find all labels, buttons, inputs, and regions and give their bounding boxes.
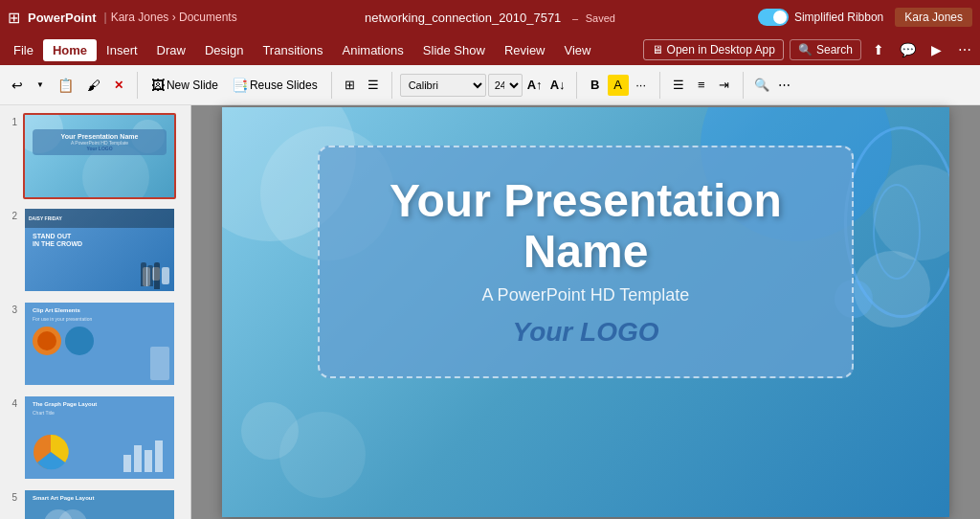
toolbar-sep-6	[743, 72, 744, 99]
font-selector[interactable]: Calibri	[400, 74, 486, 97]
desktop-icon: 🖥	[652, 43, 663, 56]
font-size-selector[interactable]: 24	[488, 74, 523, 97]
slide-thumb-3[interactable]: Clip Art Elements For use in your presen…	[23, 301, 176, 387]
svg-rect-2	[134, 445, 142, 472]
slide-number-2: 2	[4, 207, 17, 221]
grid-view-button[interactable]: ⊞	[340, 75, 361, 96]
user-name[interactable]: Kara Jones	[895, 8, 972, 27]
toolbar-sep-2	[331, 72, 332, 99]
search-icon: 🔍	[798, 43, 813, 56]
menu-bar: File Home Insert Draw Design Transitions…	[0, 34, 980, 65]
undo-button[interactable]: ↩	[6, 74, 29, 97]
slide-number-3: 3	[4, 301, 17, 315]
app-grid-icon[interactable]: ⊞	[8, 9, 20, 27]
toolbar-sep-4	[576, 72, 577, 99]
menu-review[interactable]: Review	[495, 39, 555, 61]
menu-right: 🖥 Open in Desktop App 🔍 Search ⬆ 💬 ▶ ⋯	[643, 38, 976, 61]
slide-thumb-2[interactable]: DAISY FRIDAY STAND OUTIN THE CROWD	[23, 207, 176, 293]
slide-panel: 1 Your Presentation Name A PowerPoint HD…	[0, 105, 191, 519]
open-desktop-button[interactable]: 🖥 Open in Desktop App	[643, 39, 784, 60]
format-painter[interactable]: 🖌	[81, 74, 106, 97]
file-title: networking_connection_2010_7571 – Saved	[365, 11, 615, 25]
outline-view-button[interactable]: ☰	[363, 75, 384, 96]
canvas-area: Your Presentation Name A PowerPoint HD T…	[191, 105, 980, 519]
delete-button[interactable]: ✕	[108, 75, 129, 96]
slide-item-1[interactable]: 1 Your Presentation Name A PowerPoint HD…	[4, 113, 187, 199]
search-box[interactable]: 🔍 Search	[790, 39, 861, 60]
right-arc-2	[873, 184, 921, 280]
menu-design[interactable]: Design	[195, 39, 253, 61]
menu-slideshow[interactable]: Slide Show	[413, 39, 495, 61]
search-replace-button[interactable]: 🔍	[751, 75, 772, 96]
menu-home[interactable]: Home	[43, 39, 97, 61]
numbering-button[interactable]: ≡	[691, 75, 712, 96]
main-content: 1 Your Presentation Name A PowerPoint HD…	[0, 105, 980, 519]
toolbar: ↩ ▼ 📋 🖌 ✕ 🖼 New Slide 📑 Reuse Slides ⊞ ☰…	[0, 65, 980, 105]
slide-number-4: 4	[4, 395, 17, 409]
main-slide-subtitle: A PowerPoint HD Template	[358, 285, 813, 305]
highlight-button[interactable]: A	[608, 75, 629, 96]
breadcrumb: Kara Jones › Documents	[111, 11, 237, 24]
toggle-switch[interactable]	[758, 9, 789, 26]
reuse-slides-button[interactable]: 📑 Reuse Slides	[226, 74, 323, 97]
svg-rect-1	[123, 455, 131, 472]
main-slide-logo: Your LOGO	[358, 317, 813, 348]
main-slide-title: Your Presentation Name	[358, 176, 813, 278]
slide-item-5[interactable]: 5 Smart Art Page Layout	[4, 488, 187, 519]
view-group: ⊞ ☰	[340, 75, 384, 96]
font-decrease-button[interactable]: A↓	[547, 75, 568, 96]
menu-transitions[interactable]: Transitions	[253, 39, 332, 61]
title-bar: ⊞ PowerPoint | Kara Jones › Documents ne…	[0, 0, 980, 34]
more-icon[interactable]: ⋯	[953, 38, 976, 61]
toolbar-sep-5	[659, 72, 660, 99]
more-tools-button[interactable]: ⋯	[774, 75, 795, 96]
menu-insert[interactable]: Insert	[97, 39, 147, 61]
deco-circle-7	[279, 412, 366, 498]
slide-thumb-5[interactable]: Smart Art Page Layout	[23, 488, 176, 519]
menu-draw[interactable]: Draw	[147, 39, 195, 61]
undo-dropdown[interactable]: ▼	[31, 77, 50, 93]
slide-item-4[interactable]: 4 The Graph Page Layout Chart Title	[4, 395, 187, 481]
font-increase-button[interactable]: A↑	[524, 75, 546, 96]
bold-button[interactable]: B	[585, 75, 606, 96]
comments-icon[interactable]: 💬	[896, 38, 919, 61]
font-group: Calibri 24 A↑ A↓	[400, 74, 568, 97]
menu-view[interactable]: View	[555, 39, 601, 61]
format-group: B A ···	[585, 75, 652, 96]
new-slide-button[interactable]: 🖼 New Slide	[145, 74, 224, 97]
share-icon[interactable]: ⬆	[867, 38, 890, 61]
title-bar-right: Simplified Ribbon Kara Jones	[758, 8, 972, 27]
slide-item-3[interactable]: 3 Clip Art Elements For use in your pres…	[4, 301, 187, 387]
slide-thumb-1[interactable]: Your Presentation Name A PowerPoint HD T…	[23, 113, 176, 199]
slide-item-2[interactable]: 2 DAISY FRIDAY STAND OUTIN THE CROWD	[4, 207, 187, 293]
indent-button[interactable]: ⇥	[714, 75, 735, 96]
paragraph-group: ☰ ≡ ⇥	[668, 75, 735, 96]
present-icon[interactable]: ▶	[924, 38, 947, 61]
svg-rect-3	[145, 450, 152, 472]
title-card[interactable]: Your Presentation Name A PowerPoint HD T…	[318, 146, 854, 378]
slide-thumb-4[interactable]: The Graph Page Layout Chart Title	[23, 395, 176, 481]
menu-file[interactable]: File	[4, 39, 43, 61]
slide-number-5: 5	[4, 488, 17, 503]
misc-group: 🔍 ⋯	[751, 75, 795, 96]
slide-number-1: 1	[4, 113, 17, 127]
simplified-ribbon-toggle[interactable]: Simplified Ribbon	[758, 9, 883, 26]
bullets-button[interactable]: ☰	[668, 75, 689, 96]
undo-redo-group: ↩ ▼ 📋 🖌 ✕	[6, 74, 129, 97]
app-name: PowerPoint	[28, 11, 97, 25]
menu-animations[interactable]: Animations	[333, 39, 413, 61]
clipboard-button[interactable]: 📋	[52, 74, 79, 97]
toolbar-sep-1	[137, 72, 138, 99]
toolbar-sep-3	[391, 72, 392, 99]
svg-rect-4	[155, 440, 163, 472]
more-format-button[interactable]: ···	[631, 75, 652, 96]
slide-group: 🖼 New Slide 📑 Reuse Slides	[145, 74, 323, 97]
slide-canvas[interactable]: Your Presentation Name A PowerPoint HD T…	[222, 107, 949, 517]
